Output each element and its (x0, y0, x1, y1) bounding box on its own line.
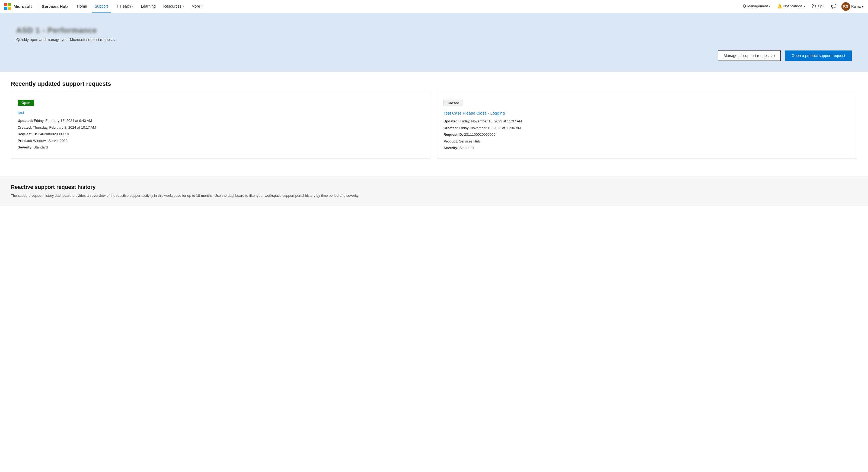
microsoft-logo (4, 3, 11, 10)
case-severity-2: Severity: Standard (443, 145, 850, 151)
nav-learning[interactable]: Learning (138, 0, 159, 13)
support-card-2: Closed Test Case Please Close - Logging … (437, 93, 857, 159)
nav-it-health[interactable]: IT Health ▾ (113, 0, 136, 13)
support-cards-row: Open test Updated: Friday, February 16, … (11, 93, 857, 159)
navbar: Microsoft Services Hub Home Support IT H… (0, 0, 868, 13)
management-chevron: ▾ (769, 5, 770, 8)
open-support-request-button[interactable]: Open a product support request (785, 51, 852, 61)
case-request-id-2: Request ID: 2311100020000005 (443, 132, 850, 137)
user-avatar[interactable]: RG (841, 2, 850, 11)
logo-sq2 (8, 3, 11, 6)
nav-home[interactable]: Home (74, 0, 90, 13)
resources-chevron: ▾ (183, 5, 184, 8)
help-icon: ? (812, 4, 814, 9)
case-created-1: Created: Thursday, February 8, 2024 at 1… (18, 125, 425, 130)
hero-title: ASD 1 - Performance (16, 26, 852, 35)
case-request-id-1: Request ID: 2402080020000001 (18, 131, 425, 137)
history-section: Reactive support request history The sup… (0, 176, 868, 206)
it-health-chevron: ▾ (132, 5, 133, 8)
management-icon: ⚙ (742, 3, 746, 9)
more-chevron: ▾ (201, 5, 203, 8)
hub-brand-name: Services Hub (42, 4, 68, 9)
case-product-2: Product: Services Hub (443, 139, 850, 144)
history-title: Reactive support request history (11, 184, 857, 190)
main-content: Recently updated support requests Open t… (0, 72, 868, 176)
nav-more[interactable]: More ▾ (189, 0, 205, 13)
support-card-1: Open test Updated: Friday, February 16, … (11, 93, 431, 159)
nav-resources[interactable]: Resources ▾ (161, 0, 187, 13)
arrow-icon: › (774, 54, 775, 58)
hero-actions: Manage all support requests › Open a pro… (16, 51, 852, 61)
case-updated-2: Updated: Friday, November 10, 2023 at 11… (443, 119, 850, 124)
case-product-1: Product: Windows Server 2022 (18, 138, 425, 144)
recently-updated-title: Recently updated support requests (11, 80, 857, 87)
nav-help[interactable]: ? Help ▾ (809, 0, 828, 13)
case-created-2: Created: Friday, November 10, 2023 at 11… (443, 125, 850, 131)
hero-subtitle: Quickly open and manage your Microsoft s… (16, 37, 852, 42)
status-badge-2: Closed (443, 99, 463, 107)
user-chevron[interactable]: ▾ (862, 4, 864, 9)
case-title-1[interactable]: test (18, 110, 425, 115)
case-updated-1: Updated: Friday, February 16, 2024 at 9:… (18, 118, 425, 123)
hero-section: ASD 1 - Performance Quickly open and man… (0, 13, 868, 72)
nav-support[interactable]: Support (92, 0, 111, 13)
logo-sq1 (4, 3, 7, 6)
nav-right: ⚙ Management ▾ 🔔 Notifications ▾ ? Help … (740, 0, 864, 13)
help-chevron: ▾ (823, 5, 825, 8)
history-description: The support request history dashboard pr… (11, 193, 857, 199)
bell-icon: 🔔 (777, 3, 782, 9)
logo-sq3 (4, 7, 7, 10)
nav-management[interactable]: ⚙ Management ▾ (740, 0, 773, 13)
user-name[interactable]: Rama (851, 4, 861, 8)
logo-sq4 (8, 7, 11, 10)
nav-chat[interactable]: 💬 (828, 0, 839, 13)
case-title-2[interactable]: Test Case Please Close - Logging (443, 111, 850, 115)
case-severity-1: Severity: Standard (18, 145, 425, 150)
status-badge-1: Open (18, 99, 34, 106)
notifications-chevron: ▾ (804, 5, 805, 8)
manage-requests-button[interactable]: Manage all support requests › (718, 51, 781, 61)
brand-divider (37, 3, 37, 10)
ms-brand-name: Microsoft (13, 4, 32, 9)
nav-notifications[interactable]: 🔔 Notifications ▾ (774, 0, 808, 13)
brand-logo: Microsoft Services Hub (4, 3, 68, 10)
chat-icon: 💬 (831, 3, 837, 9)
